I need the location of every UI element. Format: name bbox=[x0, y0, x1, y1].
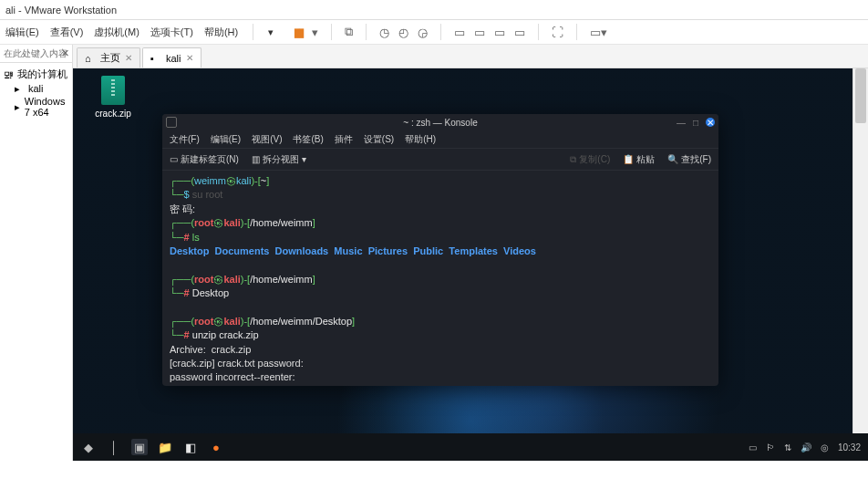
guest-desktop[interactable]: crack.zip ~ : zsh — Konsole — □ ✕ 文件(F) … bbox=[73, 68, 868, 461]
menu-help[interactable]: 帮助(H) bbox=[204, 26, 238, 39]
main-area: ✕ 🖳 我的计算机 ▸ kali ▸ Windows 7 x64 ⌂ 主页 ✕ bbox=[0, 45, 868, 461]
tree-root[interactable]: 🖳 我的计算机 bbox=[4, 67, 68, 82]
kmenu-edit[interactable]: 编辑(E) bbox=[211, 133, 241, 146]
home-icon: ⌂ bbox=[85, 53, 96, 64]
toolbar: ▮▮ ▾ ⧉ ◷ ◴ ◶ ▭ ▭ ▭ ▭ ⛶ ▭▾ bbox=[294, 24, 607, 40]
separator bbox=[366, 24, 367, 40]
tree-root-label: 我的计算机 bbox=[17, 68, 67, 81]
zip-icon bbox=[101, 76, 125, 105]
search-input[interactable] bbox=[4, 48, 68, 58]
window-buttons: — □ ✕ bbox=[677, 118, 715, 127]
konsole-window[interactable]: ~ : zsh — Konsole — □ ✕ 文件(F) 编辑(E) 视图(V… bbox=[162, 114, 718, 386]
layout2-icon[interactable]: ▭ bbox=[474, 26, 485, 39]
tree-vm-win7[interactable]: ▸ Windows 7 x64 bbox=[4, 95, 68, 119]
revert-icon[interactable]: ◶ bbox=[418, 26, 428, 39]
snapshot-mgr-icon[interactable]: ◴ bbox=[398, 26, 408, 39]
taskbar-files-icon[interactable]: 📁 bbox=[157, 439, 173, 455]
tab-kali-label: kali bbox=[166, 53, 181, 64]
tray-clock[interactable]: 10:32 bbox=[838, 442, 861, 453]
tree-vm-kali[interactable]: ▸ kali bbox=[4, 82, 68, 95]
vmware-menubar: 编辑(E) 查看(V) 虚拟机(M) 选项卡(T) 帮助(H) ▾ ▮▮ ▾ ⧉… bbox=[0, 20, 868, 45]
kmenu-settings[interactable]: 设置(S) bbox=[364, 133, 394, 146]
konsole-titlebar[interactable]: ~ : zsh — Konsole — □ ✕ bbox=[162, 114, 718, 130]
tray-network-icon[interactable]: ⇅ bbox=[784, 442, 791, 453]
close-sidebar-icon[interactable]: ✕ bbox=[61, 47, 69, 59]
vmware-titlebar: ali - VMware Workstation bbox=[0, 0, 868, 20]
konsole-title-text: ~ : zsh — Konsole bbox=[403, 118, 477, 128]
taskbar-separator: │ bbox=[106, 439, 122, 455]
fullscreen-icon[interactable]: ⛶ bbox=[552, 26, 563, 39]
vm-label: Windows 7 x64 bbox=[25, 96, 68, 118]
scrollbar[interactable] bbox=[852, 68, 868, 461]
tabstrip: ⌂ 主页 ✕ ▪ kali ✕ bbox=[73, 45, 868, 68]
layout3-icon[interactable]: ▭ bbox=[494, 26, 505, 39]
close-tab-icon[interactable]: ✕ bbox=[125, 53, 132, 63]
terminal-body[interactable]: ┌──(weimm㉿kali)-[~] └─$ su root 密 码: ┌──… bbox=[162, 171, 718, 382]
close-icon[interactable]: ✕ bbox=[706, 118, 715, 127]
vm-label: kali bbox=[28, 83, 44, 94]
konsole-toolbar: ▭ 新建标签页(N) ▥ 拆分视图 ▾ ⧉ 复制(C) 📋 粘贴 🔍 查找(F) bbox=[162, 149, 718, 171]
desktop-file-crackzip[interactable]: crack.zip bbox=[86, 76, 140, 119]
tab-kali[interactable]: ▪ kali ✕ bbox=[142, 47, 202, 68]
power-dropdown[interactable]: ▾ bbox=[268, 26, 274, 38]
taskbar-tray: ▭ 🏳 ⇅ 🔊 ◎ 10:32 bbox=[749, 442, 861, 453]
pause-icon[interactable]: ▮▮ bbox=[294, 26, 303, 39]
title-text: ali - VMware Workstation bbox=[5, 5, 117, 16]
tray-notify-icon[interactable]: ◎ bbox=[821, 442, 829, 453]
kmenu-help[interactable]: 帮助(H) bbox=[405, 133, 436, 146]
taskbar-terminal-icon[interactable]: ▣ bbox=[131, 439, 148, 455]
vm-tree: 🖳 我的计算机 ▸ kali ▸ Windows 7 x64 bbox=[0, 63, 72, 122]
separator bbox=[331, 24, 332, 40]
tab-home-label: 主页 bbox=[100, 51, 120, 65]
paste-button[interactable]: 📋 粘贴 bbox=[623, 153, 655, 166]
snapshot-icon[interactable]: ⧉ bbox=[345, 25, 353, 39]
kmenu-plugin[interactable]: 插件 bbox=[335, 133, 353, 146]
tab-home[interactable]: ⌂ 主页 ✕ bbox=[77, 47, 140, 68]
find-button[interactable]: 🔍 查找(F) bbox=[667, 153, 711, 166]
separator bbox=[253, 24, 253, 40]
file-label: crack.zip bbox=[95, 109, 130, 119]
maximize-icon[interactable]: □ bbox=[691, 118, 700, 127]
menu-edit[interactable]: 编辑(E) bbox=[5, 26, 39, 39]
newtab-button[interactable]: ▭ 新建标签页(N) bbox=[170, 153, 239, 166]
kmenu-file[interactable]: 文件(F) bbox=[170, 133, 200, 146]
minimize-icon[interactable]: — bbox=[677, 118, 686, 127]
menu-vm[interactable]: 虚拟机(M) bbox=[94, 26, 140, 39]
vm-icon: ▸ bbox=[15, 83, 26, 94]
close-tab-icon[interactable]: ✕ bbox=[186, 53, 193, 63]
clock-icon[interactable]: ◷ bbox=[379, 26, 389, 39]
scrollbar-thumb[interactable] bbox=[855, 68, 866, 123]
copy-button[interactable]: ⧉ 复制(C) bbox=[570, 153, 610, 166]
taskbar-notes-icon[interactable]: ◧ bbox=[182, 439, 199, 455]
guest-taskbar: ◆ │ ▣ 📁 ◧ ● ▭ 🏳 ⇅ 🔊 ◎ 10:32 bbox=[73, 433, 868, 461]
unity-icon[interactable]: ▭▾ bbox=[590, 26, 607, 39]
tray-volume-icon[interactable]: 🔊 bbox=[801, 442, 811, 453]
kmenu-view[interactable]: 视图(V) bbox=[252, 133, 282, 146]
taskbar-firefox-icon[interactable]: ● bbox=[208, 439, 224, 455]
tray-lang-icon[interactable]: 🏳 bbox=[766, 442, 775, 453]
separator bbox=[440, 24, 441, 40]
library-sidebar: ✕ 🖳 我的计算机 ▸ kali ▸ Windows 7 x64 bbox=[0, 45, 73, 461]
tray-workspace-icon[interactable]: ▭ bbox=[749, 442, 757, 453]
separator bbox=[576, 24, 577, 40]
content-area: ⌂ 主页 ✕ ▪ kali ✕ crack.zip ~ : zsh — Kons… bbox=[73, 45, 868, 461]
kali-menu-icon[interactable]: ◆ bbox=[80, 439, 97, 455]
vm-icon: ▸ bbox=[15, 101, 22, 112]
kmenu-bookmark[interactable]: 书签(B) bbox=[293, 133, 323, 146]
layout4-icon[interactable]: ▭ bbox=[514, 26, 525, 39]
separator bbox=[538, 24, 539, 40]
layout-icon[interactable]: ▭ bbox=[454, 26, 465, 39]
play-dropdown-icon[interactable]: ▾ bbox=[312, 26, 318, 39]
computer-icon: 🖳 bbox=[4, 69, 15, 80]
menu-view[interactable]: 查看(V) bbox=[50, 26, 84, 39]
konsole-app-icon bbox=[166, 117, 177, 128]
split-button[interactable]: ▥ 拆分视图 ▾ bbox=[252, 153, 306, 166]
konsole-menubar: 文件(F) 编辑(E) 视图(V) 书签(B) 插件 设置(S) 帮助(H) bbox=[162, 130, 718, 149]
library-search: ✕ bbox=[0, 45, 72, 63]
vm-icon: ▪ bbox=[150, 53, 161, 64]
menu-tabs[interactable]: 选项卡(T) bbox=[150, 26, 193, 39]
